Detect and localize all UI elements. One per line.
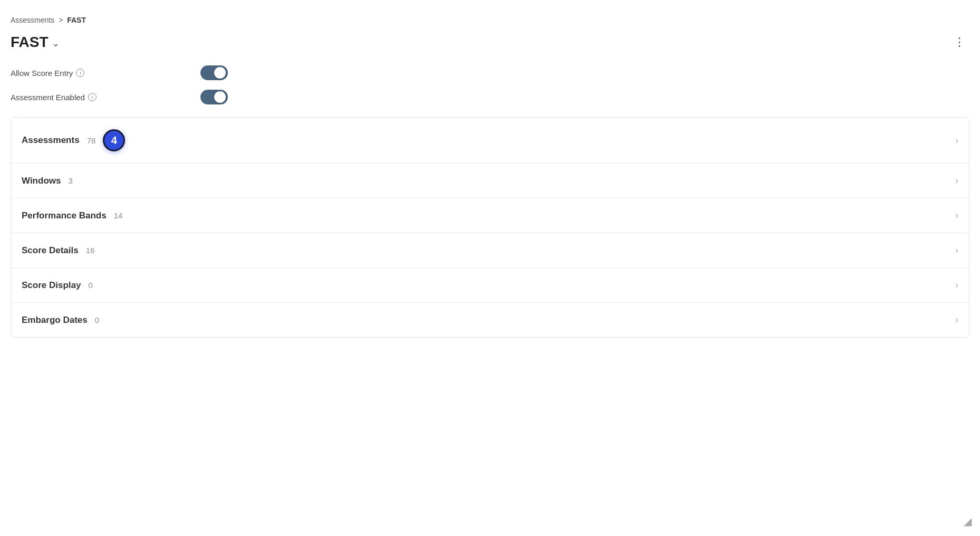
allow-score-entry-label: Allow Score Entry i — [11, 69, 116, 78]
breadcrumb-current: FAST — [67, 16, 86, 24]
breadcrumb-separator: > — [59, 16, 63, 24]
list-item-score-details-label: Score Details — [22, 245, 79, 256]
assessment-enabled-toggle[interactable] — [200, 90, 228, 104]
list-item-performance-bands-label: Performance Bands — [22, 210, 107, 221]
list-item-assessments-left: Assessments 78 4 — [22, 129, 125, 151]
assessment-enabled-info-icon[interactable]: i — [88, 93, 97, 101]
list-item-embargo-dates-chevron: › — [955, 314, 958, 326]
assessment-enabled-label: Assessment Enabled i — [11, 93, 116, 102]
list-item-score-display-chevron: › — [955, 280, 958, 291]
breadcrumb: Assessments > FAST — [11, 16, 969, 24]
list-item-performance-bands-chevron: › — [955, 210, 958, 221]
assessment-enabled-slider — [200, 90, 228, 104]
list-item-embargo-dates[interactable]: Embargo Dates 0 › — [11, 303, 969, 337]
list-item-assessments-chevron: › — [955, 135, 958, 146]
list-item-score-details-count: 16 — [86, 246, 95, 255]
list-item-embargo-dates-left: Embargo Dates 0 — [22, 315, 99, 326]
title-chevron-icon[interactable]: ⌄ — [52, 37, 60, 49]
list-item-score-display[interactable]: Score Display 0 › — [11, 268, 969, 303]
allow-score-entry-info-icon[interactable]: i — [76, 69, 84, 77]
page-container: Assessments > FAST FAST ⌄ ⋮ Allow Score … — [0, 0, 980, 348]
settings-section: Allow Score Entry i Assessment Enabled i — [11, 65, 969, 104]
more-options-icon: ⋮ — [954, 35, 965, 49]
allow-score-entry-text: Allow Score Entry — [11, 69, 73, 78]
list-item-embargo-dates-count: 0 — [95, 315, 99, 324]
page-title-left: FAST ⌄ — [11, 34, 60, 51]
list-item-assessments-count: 78 — [87, 136, 96, 145]
assessment-enabled-row: Assessment Enabled i — [11, 90, 969, 104]
list-item-assessments[interactable]: Assessments 78 4 › — [11, 118, 969, 164]
allow-score-entry-toggle[interactable] — [200, 65, 228, 80]
list-item-windows[interactable]: Windows 3 › — [11, 164, 969, 198]
page-title: FAST — [11, 34, 49, 51]
list-item-embargo-dates-label: Embargo Dates — [22, 315, 88, 326]
allow-score-entry-slider — [200, 65, 228, 80]
list-item-score-display-label: Score Display — [22, 280, 81, 291]
list-item-score-display-count: 0 — [88, 281, 92, 290]
list-item-windows-chevron: › — [955, 175, 958, 186]
page-title-row: FAST ⌄ ⋮ — [11, 34, 969, 51]
list-item-performance-bands-count: 14 — [114, 211, 123, 220]
list-item-performance-bands-left: Performance Bands 14 — [22, 210, 122, 221]
assessment-enabled-text: Assessment Enabled — [11, 93, 85, 102]
allow-score-entry-row: Allow Score Entry i — [11, 65, 969, 80]
list-item-score-details[interactable]: Score Details 16 › — [11, 233, 969, 268]
list-item-windows-count: 3 — [68, 176, 72, 185]
list-item-score-details-left: Score Details 16 — [22, 245, 94, 256]
edit-icon: ◢ — [964, 515, 972, 528]
more-options-button[interactable]: ⋮ — [949, 34, 969, 50]
list-item-score-details-chevron: › — [955, 245, 958, 256]
step-badge: 4 — [103, 129, 125, 151]
list-item-windows-left: Windows 3 — [22, 176, 73, 186]
breadcrumb-parent[interactable]: Assessments — [11, 16, 54, 24]
list-item-performance-bands[interactable]: Performance Bands 14 › — [11, 198, 969, 233]
list-section: Assessments 78 4 › Windows 3 › Performan… — [11, 117, 969, 338]
list-item-score-display-left: Score Display 0 — [22, 280, 93, 291]
list-item-assessments-label: Assessments — [22, 135, 80, 146]
list-item-windows-label: Windows — [22, 176, 61, 186]
